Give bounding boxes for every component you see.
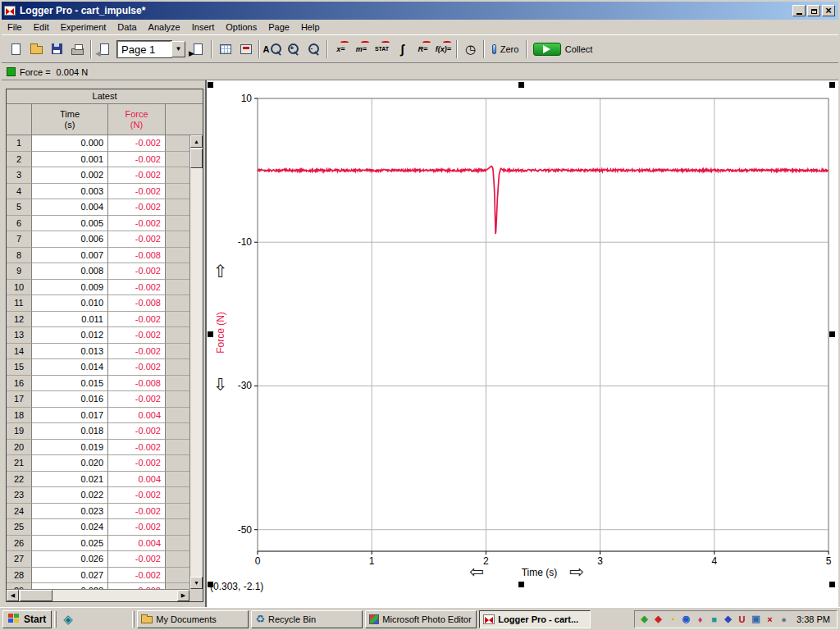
- page-selector-value[interactable]: Page 1: [117, 41, 171, 57]
- menu-help[interactable]: Help: [295, 21, 326, 34]
- autoscale-button[interactable]: A: [262, 39, 283, 60]
- selection-handle[interactable]: [208, 82, 213, 88]
- next-page-button[interactable]: ▶: [188, 39, 208, 60]
- time-cell[interactable]: 0.008: [32, 263, 108, 280]
- curve-fit-button[interactable]: f(x)=: [433, 39, 454, 60]
- menu-insert[interactable]: Insert: [186, 21, 221, 34]
- scroll-up-button[interactable]: ▲: [190, 135, 203, 148]
- time-cell[interactable]: 0.022: [32, 487, 108, 504]
- menu-options[interactable]: Options: [220, 21, 262, 34]
- save-button[interactable]: [47, 39, 67, 60]
- time-cell[interactable]: 0.016: [32, 391, 108, 408]
- time-cell[interactable]: 0.020: [32, 455, 108, 472]
- force-cell[interactable]: -0.002: [108, 423, 166, 440]
- tray-icon[interactable]: ♦: [694, 613, 706, 626]
- time-cell[interactable]: 0.025: [32, 536, 108, 552]
- time-cell[interactable]: 0.010: [32, 295, 108, 312]
- menu-edit[interactable]: Edit: [28, 21, 55, 34]
- menu-experiment[interactable]: Experiment: [55, 21, 112, 34]
- time-cell[interactable]: 0.006: [32, 231, 108, 248]
- selection-handle[interactable]: [518, 582, 524, 587]
- tray-icon[interactable]: ■: [708, 613, 720, 626]
- graph-pane[interactable]: 01234510-10-30-50 ⇧ Force (N) ⇩ ⇦ Time (…: [205, 80, 838, 607]
- integral-button[interactable]: ∫: [392, 39, 413, 60]
- force-cell[interactable]: -0.002: [108, 568, 166, 584]
- selection-handle[interactable]: [829, 82, 835, 88]
- force-cell[interactable]: 0.004: [108, 472, 166, 488]
- time-cell[interactable]: 0.011: [32, 312, 108, 328]
- tray-icon[interactable]: U: [736, 613, 748, 626]
- time-cell[interactable]: 0.009: [32, 280, 108, 296]
- time-cell[interactable]: 0.023: [32, 504, 108, 520]
- task-button-logger-pro-cart-[interactable]: Logger Pro - cart...: [479, 610, 591, 628]
- force-cell[interactable]: -0.002: [108, 199, 166, 216]
- force-cell[interactable]: -0.002: [108, 327, 166, 344]
- tray-icon[interactable]: ◆: [652, 613, 664, 626]
- table-horizontal-scrollbar[interactable]: ◀ ▶: [7, 589, 189, 601]
- print-button[interactable]: [67, 39, 88, 60]
- data-collection-button[interactable]: ◷: [460, 39, 481, 60]
- page-selector-dropdown-button[interactable]: ▼: [171, 41, 185, 57]
- graph-svg[interactable]: 01234510-10-30-50: [207, 80, 838, 607]
- force-cell[interactable]: -0.002: [108, 504, 166, 520]
- new-file-button[interactable]: [6, 39, 26, 60]
- tray-icon[interactable]: ◉: [680, 613, 692, 626]
- force-cell[interactable]: -0.002: [108, 487, 166, 504]
- time-cell[interactable]: 0.005: [32, 216, 108, 232]
- data-table-button[interactable]: [215, 39, 235, 60]
- task-button-my-documents[interactable]: My Documents: [137, 610, 249, 628]
- force-cell[interactable]: -0.002: [108, 359, 166, 376]
- y-axis-scroll-down-arrow[interactable]: ⇩: [213, 376, 228, 393]
- y-axis-label[interactable]: Force (N): [215, 299, 227, 367]
- task-button-microsoft-photo-editor[interactable]: Microsoft Photo Editor: [365, 610, 477, 628]
- linear-fit-button[interactable]: R=: [413, 39, 433, 60]
- force-cell[interactable]: -0.002: [108, 231, 166, 248]
- force-cell[interactable]: -0.002: [108, 312, 166, 328]
- time-cell[interactable]: 0.017: [32, 408, 108, 424]
- force-cell[interactable]: -0.002: [108, 167, 166, 184]
- force-cell[interactable]: -0.008: [108, 376, 166, 392]
- force-cell[interactable]: 0.004: [108, 536, 166, 552]
- tray-icon[interactable]: ▣: [750, 613, 762, 626]
- time-cell[interactable]: 0.007: [32, 248, 108, 264]
- selection-handle[interactable]: [518, 82, 524, 88]
- zoom-in-button[interactable]: +: [283, 39, 304, 60]
- task-button-recycle-bin[interactable]: ♻Recycle Bin: [251, 610, 363, 628]
- y-axis-scroll-up-arrow[interactable]: ⇧: [213, 262, 228, 280]
- force-cell[interactable]: -0.002: [108, 583, 166, 589]
- examine-button[interactable]: x=: [331, 39, 351, 60]
- collect-button[interactable]: Collect: [530, 39, 596, 60]
- time-cell[interactable]: 0.014: [32, 359, 108, 376]
- zero-button[interactable]: Zero: [487, 39, 523, 60]
- force-cell[interactable]: -0.002: [108, 216, 166, 232]
- force-cell[interactable]: -0.002: [108, 280, 166, 296]
- time-cell[interactable]: 0.003: [32, 184, 108, 200]
- x-axis-scroll-right-arrow[interactable]: ⇨: [569, 563, 584, 580]
- menu-file[interactable]: File: [2, 21, 28, 34]
- time-cell[interactable]: 0.004: [32, 199, 108, 216]
- force-cell[interactable]: -0.008: [108, 248, 166, 264]
- time-cell[interactable]: 0.002: [32, 167, 108, 184]
- tray-icon[interactable]: ×: [764, 613, 776, 626]
- tray-icon[interactable]: ●: [778, 613, 790, 626]
- time-column-header[interactable]: Time (s): [32, 104, 108, 135]
- close-button[interactable]: ×: [822, 5, 835, 16]
- minimize-button[interactable]: [792, 5, 806, 16]
- zoom-out-button[interactable]: -: [304, 39, 324, 60]
- scroll-left-button[interactable]: ◀: [7, 590, 19, 601]
- time-cell[interactable]: 0.013: [32, 344, 108, 360]
- menu-data[interactable]: Data: [112, 21, 142, 34]
- statistics-button[interactable]: STAT: [372, 39, 392, 60]
- quick-launch-icon[interactable]: ◈: [63, 612, 73, 627]
- force-cell[interactable]: -0.002: [108, 519, 166, 536]
- restore-button[interactable]: [807, 5, 820, 16]
- force-cell[interactable]: -0.002: [108, 184, 166, 200]
- table-vertical-scrollbar[interactable]: ▲ ▼: [189, 135, 203, 589]
- menu-page[interactable]: Page: [262, 21, 295, 34]
- tray-icon[interactable]: ◆: [722, 613, 734, 626]
- time-cell[interactable]: 0.001: [32, 152, 108, 168]
- force-cell[interactable]: -0.002: [108, 344, 166, 360]
- time-cell[interactable]: 0.000: [32, 135, 108, 152]
- time-cell[interactable]: 0.018: [32, 423, 108, 440]
- force-cell[interactable]: -0.002: [108, 263, 166, 280]
